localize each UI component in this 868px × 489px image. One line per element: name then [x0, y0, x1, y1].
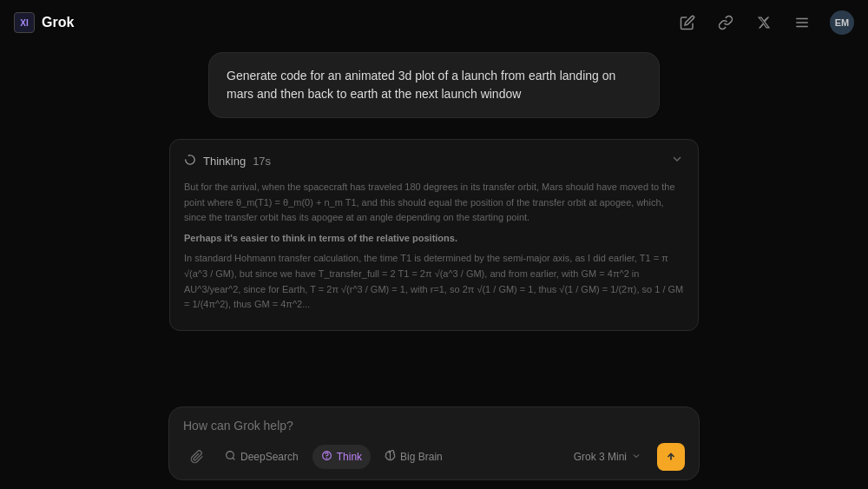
- link-icon[interactable]: [715, 12, 736, 33]
- app-logo: XI: [14, 12, 35, 33]
- deepsearch-icon: [225, 450, 236, 464]
- model-selector[interactable]: Grok 3 Mini: [567, 447, 648, 467]
- thinking-panel: Thinking 17s But for the arrival, when t…: [169, 139, 699, 331]
- header-right: EM: [677, 10, 854, 35]
- model-name: Grok 3 Mini: [574, 451, 627, 463]
- thinking-content: But for the arrival, when the spacecraft…: [184, 180, 684, 313]
- svg-point-3: [186, 155, 195, 164]
- input-tools-right: Grok 3 Mini: [567, 443, 685, 471]
- user-message-text: Generate code for an animated 3d plot of…: [227, 69, 615, 101]
- x-social-icon[interactable]: [753, 12, 774, 33]
- deepsearch-label: DeepSearch: [240, 451, 299, 463]
- input-toolbar: DeepSearch Think: [183, 443, 685, 471]
- user-avatar[interactable]: EM: [830, 10, 854, 35]
- bigbrain-icon: [385, 450, 396, 464]
- think-label: Think: [337, 451, 362, 463]
- input-tools-left: DeepSearch Think: [183, 443, 451, 471]
- svg-point-4: [227, 452, 234, 459]
- thinking-time: 17s: [253, 155, 271, 168]
- model-chevron-icon: [631, 451, 641, 464]
- bigbrain-label: Big Brain: [400, 451, 443, 463]
- svg-point-6: [326, 458, 327, 459]
- menu-icon[interactable]: [792, 12, 812, 33]
- thinking-spinner-icon: [184, 154, 196, 169]
- app-name: Grok: [42, 15, 74, 30]
- thinking-header-left: Thinking 17s: [184, 154, 271, 169]
- user-message-bubble: Generate code for an animated 3d plot of…: [208, 52, 660, 118]
- deepsearch-button[interactable]: DeepSearch: [216, 445, 307, 469]
- thinking-label: Thinking: [203, 155, 246, 168]
- thinking-text-1: But for the arrival, when the spacecraft…: [184, 180, 684, 226]
- chat-input[interactable]: [183, 419, 685, 433]
- thinking-collapse-button[interactable]: [670, 152, 684, 169]
- send-button[interactable]: [657, 443, 685, 471]
- thinking-text-3: In standard Hohmann transfer calculation…: [184, 251, 684, 312]
- attach-button[interactable]: [183, 443, 211, 471]
- think-icon: [321, 450, 332, 464]
- thinking-panel-header: Thinking 17s: [184, 152, 684, 169]
- bigbrain-button[interactable]: Big Brain: [376, 445, 451, 469]
- app-header: XI Grok: [0, 0, 868, 45]
- header-left: XI Grok: [14, 12, 74, 33]
- input-area: DeepSearch Think: [168, 406, 700, 480]
- think-button[interactable]: Think: [312, 445, 371, 469]
- thinking-text-2: Perhaps it's easier to think in terms of…: [184, 231, 684, 247]
- edit-icon[interactable]: [677, 12, 698, 33]
